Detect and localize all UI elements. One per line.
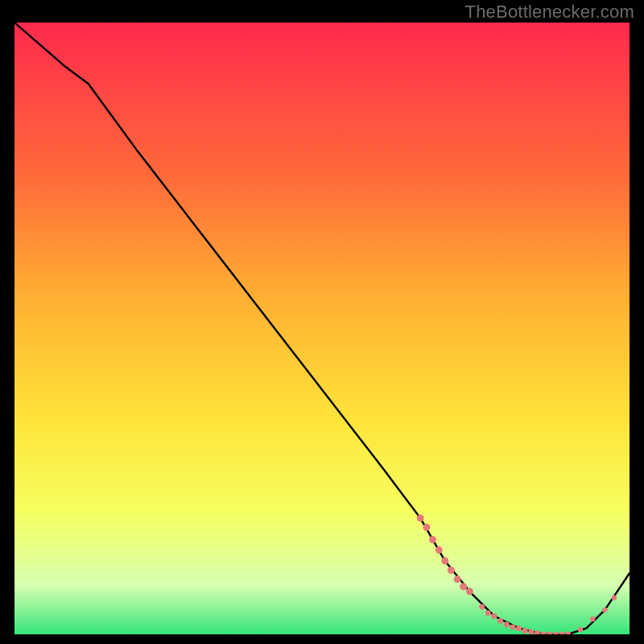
- marker-dot: [436, 547, 443, 554]
- marker-dot: [454, 576, 461, 583]
- marker-dot: [485, 610, 491, 616]
- marker-dot: [602, 607, 607, 612]
- marker-dot: [516, 625, 522, 631]
- marker-dot: [423, 524, 430, 531]
- marker-dot: [504, 621, 510, 627]
- marker-dot: [448, 567, 455, 574]
- gradient-background: [14, 23, 630, 634]
- marker-dot: [612, 595, 617, 600]
- marker-dot: [578, 627, 583, 632]
- marker-dot: [522, 628, 528, 634]
- marker-dot: [417, 514, 424, 522]
- marker-dot: [497, 618, 503, 624]
- chart-svg: [14, 23, 630, 634]
- marker-dot: [479, 604, 485, 609]
- marker-dot: [590, 617, 595, 621]
- marker-dot: [510, 624, 515, 630]
- plot-area: [14, 23, 630, 634]
- marker-dot: [429, 536, 436, 543]
- chart-stage: TheBottlenecker.com: [0, 0, 644, 644]
- marker-dot: [441, 557, 448, 564]
- marker-dot: [460, 583, 467, 590]
- watermark-text: TheBottlenecker.com: [465, 2, 634, 23]
- marker-dot: [466, 588, 473, 595]
- marker-dot: [491, 613, 497, 619]
